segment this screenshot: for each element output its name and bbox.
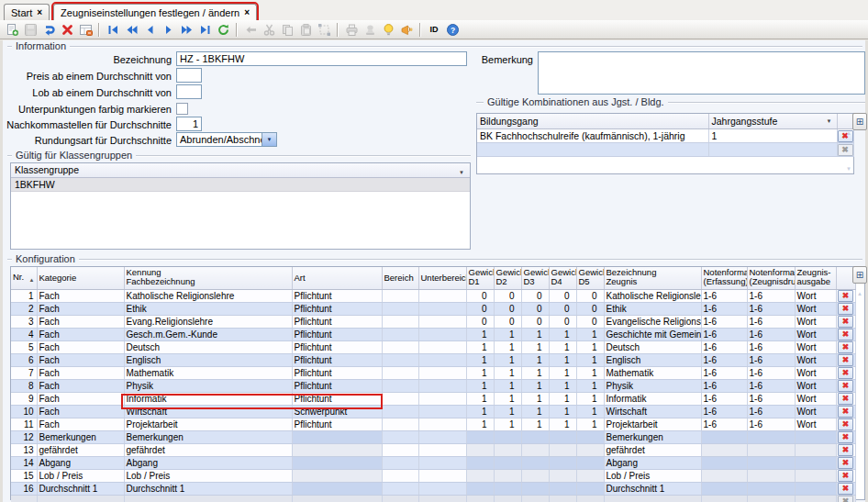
filter-arrow-icon[interactable]: ▼	[827, 118, 832, 124]
bezeichnung-zeugnis-cell[interactable]: Evangelische Religionslehre	[604, 316, 701, 329]
gewicht-d3-cell[interactable]: 0	[521, 316, 549, 329]
1BKFHW[interactable]: 1BKFHW	[11, 178, 470, 192]
konfiguration-row[interactable]: 15 Lob / Preis Lob / Preis Lob / Preis	[11, 470, 855, 483]
bezeichnung-zeugnis-cell[interactable]: gefährdet	[604, 444, 701, 457]
gewicht-d4-cell[interactable]	[549, 457, 576, 470]
gewicht-d4-cell[interactable]: 1	[549, 354, 576, 367]
save-icon[interactable]	[21, 21, 39, 38]
gewicht-d3-cell[interactable]	[521, 457, 549, 470]
kategorie-cell[interactable]: Fach	[37, 316, 124, 329]
bezeichnung-input[interactable]	[176, 51, 467, 66]
gewicht-d4-cell[interactable]: 1	[549, 367, 576, 380]
gewicht-d4-cell[interactable]	[549, 470, 576, 483]
art-cell[interactable]: Schwerpunkt	[292, 406, 382, 418]
kategorie-cell[interactable]: Fach	[37, 290, 124, 303]
delete-row-button[interactable]: ✖	[838, 431, 853, 443]
bereich-cell[interactable]	[382, 457, 418, 470]
fast-backward-icon[interactable]	[122, 21, 140, 38]
notenformat-erfassung-cell[interactable]: 1-6	[701, 354, 747, 367]
column-notenformat-zeugnisdruck[interactable]: Notenformat(Zeugnisdruck)	[747, 267, 795, 290]
gewicht-d2-cell[interactable]: 1	[494, 393, 521, 406]
scroll-up-icon[interactable]: ▲	[857, 291, 862, 296]
art-cell[interactable]	[292, 457, 382, 470]
gewicht-d2-cell[interactable]: 1	[494, 406, 521, 418]
bereich-cell[interactable]	[382, 380, 418, 393]
first-record-icon[interactable]	[104, 21, 122, 38]
gewicht-d5-cell[interactable]	[576, 496, 604, 502]
konfiguration-row[interactable]: 16 Durchschnitt 1 Durchschnitt 1 Durch	[11, 483, 855, 496]
gewicht-d5-cell[interactable]: 0	[576, 290, 604, 303]
notenformat-erfassung-cell[interactable]	[701, 444, 747, 457]
bereich-cell[interactable]	[382, 393, 418, 406]
previous-record-icon[interactable]	[140, 21, 159, 38]
filter-arrow-icon[interactable]: ▼	[459, 166, 464, 180]
gewicht-d4-cell[interactable]: 0	[549, 290, 576, 303]
kennung-cell[interactable]: Bemerkungen	[124, 431, 292, 444]
kennung-cell[interactable]: Projektarbeit	[124, 418, 292, 431]
delete-record-icon[interactable]	[58, 21, 76, 38]
delete-row-button[interactable]: ✖	[838, 470, 853, 482]
preis-input[interactable]	[176, 68, 202, 83]
column-jahrgangsstufe[interactable]: ▼Jahrgangsstufe	[708, 114, 837, 129]
kategorie-cell[interactable]: Fach	[37, 406, 124, 418]
zeugnisausgabe-cell[interactable]: Wort	[795, 341, 836, 354]
bereich-cell[interactable]	[382, 406, 418, 418]
zeugnisausgabe-cell[interactable]: Wort	[795, 367, 836, 380]
notenformat-erfassung-cell[interactable]	[701, 457, 747, 470]
zeugnisausgabe-cell[interactable]	[795, 444, 836, 457]
kennung-cell[interactable]: Durchschnitt 1	[124, 483, 292, 496]
chevron-down-icon[interactable]: ▼	[262, 133, 276, 146]
delete-row-button[interactable]: ✖	[838, 406, 853, 418]
gewicht-d4-cell[interactable]: 1	[549, 380, 576, 393]
nachkommastellen-input[interactable]	[176, 117, 202, 131]
edit-form-icon[interactable]	[76, 21, 95, 38]
notenformat-zeugnisdruck-cell[interactable]	[747, 444, 795, 457]
notenformat-zeugnisdruck-cell[interactable]: 1-6	[747, 418, 795, 431]
delete-row-button[interactable]: ✖	[838, 483, 853, 495]
zeugnisausgabe-cell[interactable]: Wort	[795, 290, 836, 303]
kennung-cell[interactable]: Lob / Preis	[124, 470, 292, 483]
column-klassengruppe[interactable]: ▼Klassengruppe	[11, 163, 470, 178]
column-bereich[interactable]: Bereich	[382, 267, 418, 290]
tab-zeugniseinstellungen[interactable]: Zeugniseinstellungen festlegen / ändern …	[53, 4, 257, 20]
delete-row-button[interactable]: ✖	[838, 341, 853, 353]
column-notenformat-erfassung[interactable]: Notenformat(Erfassung)	[701, 267, 747, 290]
gewicht-d4-cell[interactable]	[549, 496, 576, 502]
notenformat-zeugnisdruck-cell[interactable]: 1-6	[747, 393, 795, 406]
gewicht-d3-cell[interactable]: 1	[521, 341, 549, 354]
notenformat-erfassung-cell[interactable]: 1-6	[701, 393, 747, 406]
bezeichnung-zeugnis-cell[interactable]: Englisch	[604, 354, 701, 367]
gewicht-d1-cell[interactable]: 1	[466, 367, 494, 380]
kennung-cell[interactable]: Gesch.m.Gem.-Kunde	[124, 329, 292, 341]
gewicht-d3-cell[interactable]: 1	[521, 354, 549, 367]
gewicht-d5-cell[interactable]	[576, 457, 604, 470]
gewicht-d4-cell[interactable]: 1	[549, 329, 576, 341]
zeugnisausgabe-cell[interactable]: Wort	[795, 380, 836, 393]
art-cell[interactable]	[292, 444, 382, 457]
delete-row-button[interactable]: ✖	[838, 380, 853, 392]
last-record-icon[interactable]	[195, 21, 214, 38]
gewicht-d1-cell[interactable]	[466, 470, 494, 483]
cut-icon[interactable]	[260, 21, 278, 38]
column-nr[interactable]: ▲Nr.	[11, 267, 37, 290]
hint-icon[interactable]	[379, 21, 397, 38]
kombinationen-row[interactable]: ✖	[477, 143, 853, 157]
delete-row-button[interactable]: ✖	[838, 329, 853, 340]
gewicht-d5-cell[interactable]: 0	[576, 316, 604, 329]
bezeichnung-zeugnis-cell[interactable]: Durchschnitt 1	[604, 483, 701, 496]
bereich-cell[interactable]	[382, 341, 418, 354]
art-cell[interactable]: Pflichtunt	[292, 303, 382, 316]
bezeichnung-zeugnis-cell[interactable]: Bemerkungen	[604, 431, 701, 444]
gewicht-d5-cell[interactable]	[576, 444, 604, 457]
art-cell[interactable]: Pflichtunt	[292, 329, 382, 341]
kategorie-cell[interactable]: Fach	[37, 329, 124, 341]
kategorie-cell[interactable]: Fach	[37, 418, 124, 431]
delete-row-button[interactable]: ✖	[838, 393, 853, 405]
notenformat-zeugnisdruck-cell[interactable]: 1-6	[747, 380, 795, 393]
kategorie-cell[interactable]: Bemerkungen	[37, 431, 124, 444]
column-gewicht-d5[interactable]: GewichtD5	[576, 267, 604, 290]
kennung-cell[interactable]: Physik	[124, 380, 292, 393]
column-gewicht-d1[interactable]: GewichtD1	[466, 267, 494, 290]
gewicht-d4-cell[interactable]: 1	[549, 393, 576, 406]
gewicht-d3-cell[interactable]	[521, 496, 549, 502]
